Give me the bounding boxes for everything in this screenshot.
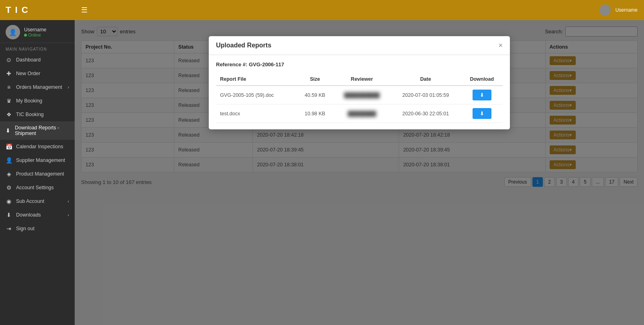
- settings-icon: ⚙: [6, 184, 12, 191]
- col-download: Download: [461, 73, 503, 86]
- nav-section-label: MAIN NAVIGATION: [0, 43, 75, 53]
- sidebar-item-download-reports[interactable]: ⬇ Download Reports - Shipment: [0, 121, 75, 140]
- sign-out-icon: ⇥: [6, 225, 12, 232]
- chevron-left-icon2: ‹: [68, 213, 69, 217]
- cell-file: test.docx: [216, 104, 296, 123]
- sidebar-item-label: Sub Account: [16, 198, 44, 204]
- download-button[interactable]: ⬇: [473, 108, 491, 119]
- sidebar-item-label: Downloads: [16, 212, 41, 218]
- cell-download: ⬇: [461, 104, 503, 123]
- booking-icon: ♛: [6, 98, 12, 104]
- modal-reference: Reference #: GVG-2006-117: [216, 61, 503, 67]
- cell-reviewer: ██████████: [334, 86, 390, 104]
- tic-booking-icon: ❖: [6, 111, 12, 118]
- col-date: Date: [390, 73, 461, 86]
- sidebar-item-label: Download Reports - Shipment: [15, 125, 69, 136]
- sidebar-item-sign-out[interactable]: ⇥ Sign out: [0, 222, 75, 235]
- status-dot: [24, 34, 27, 37]
- topbar-left: ☰: [81, 6, 88, 14]
- modal-title: Uploaded Reports: [216, 42, 271, 49]
- sidebar-item-label: Account Settings: [16, 185, 54, 190]
- sidebar-item-label: Orders Management: [16, 84, 62, 90]
- sidebar-item-account-settings[interactable]: ⚙ Account Settings: [0, 181, 75, 194]
- topbar: ☰ Username: [75, 0, 644, 20]
- sidebar-item-supplier-management[interactable]: 👤 Supplier Management: [0, 153, 75, 167]
- sidebar-item-dashboard[interactable]: ⊙ Dashboard: [0, 53, 75, 67]
- avatar: 👤: [6, 25, 20, 39]
- sidebar-item-label: My Booking: [16, 98, 42, 104]
- new-order-icon: ✚: [6, 70, 12, 77]
- modal-header: Uploaded Reports ×: [209, 36, 510, 55]
- modal-close-button[interactable]: ×: [498, 42, 503, 49]
- chevron-down-icon: ›: [68, 85, 69, 90]
- dashboard-icon: ⊙: [6, 57, 12, 63]
- cell-date: 2020-07-03 01:05:59: [390, 86, 461, 104]
- sidebar-item-label: New Order: [16, 71, 40, 76]
- sidebar-item-sub-account[interactable]: ◉ Sub Account ‹: [0, 194, 75, 208]
- sidebar-item-downloads[interactable]: ⬇ Downloads ‹: [0, 208, 75, 222]
- cell-file: GVG-2005-105 (59).doc: [216, 86, 296, 104]
- content-area: Show 10 25 50 100 entries Search: Projec…: [75, 20, 644, 325]
- user-section: 👤 Username Online: [0, 20, 75, 43]
- downloads-icon: ⬇: [6, 212, 12, 218]
- topbar-username: Username: [615, 7, 638, 13]
- sidebar-header: T I C: [0, 0, 75, 20]
- download-button[interactable]: ⬇: [473, 90, 491, 100]
- modal-overlay[interactable]: Uploaded Reports × Reference #: GVG-2006…: [75, 20, 644, 325]
- calendar-icon: 📅: [6, 143, 12, 150]
- cell-size: 40.59 KB: [296, 86, 334, 104]
- reference-label: Reference #:: [216, 61, 247, 67]
- supplier-icon: 👤: [6, 157, 12, 164]
- download-reports-icon: ⬇: [6, 127, 11, 134]
- sidebar-item-tic-booking[interactable]: ❖ TIC Booking: [0, 108, 75, 121]
- topbar-avatar: [599, 4, 611, 16]
- reports-table: Report File Size Reviewer Date Download …: [216, 73, 503, 123]
- sidebar: T I C 👤 Username Online MAIN NAVIGATION …: [0, 0, 75, 325]
- col-size: Size: [296, 73, 334, 86]
- sidebar-item-label: Supplier Management: [16, 157, 65, 163]
- sidebar-item-calendar-inspections[interactable]: 📅 Calendar Inspections: [0, 140, 75, 153]
- topbar-right: Username: [599, 4, 638, 16]
- col-reviewer: Reviewer: [334, 73, 390, 86]
- user-status: Online: [24, 33, 46, 37]
- logo: T I C: [6, 5, 29, 15]
- modal: Uploaded Reports × Reference #: GVG-2006…: [209, 36, 510, 129]
- sidebar-item-new-order[interactable]: ✚ New Order: [0, 67, 75, 80]
- sidebar-item-label: Dashboard: [16, 57, 41, 63]
- status-label: Online: [28, 33, 41, 37]
- reference-value: GVG-2006-117: [249, 61, 284, 67]
- user-info: Username Online: [24, 27, 46, 37]
- chevron-left-icon: ‹: [68, 199, 69, 204]
- sidebar-item-label: Product Management: [16, 171, 64, 177]
- report-row: test.docx 10.98 KB ████████ 2020-06-30 2…: [216, 104, 503, 123]
- sub-account-icon: ◉: [6, 198, 12, 204]
- sidebar-item-product-management[interactable]: ◈ Product Management: [0, 167, 75, 181]
- col-report-file: Report File: [216, 73, 296, 86]
- cell-download: ⬇: [461, 86, 503, 104]
- sidebar-item-label: Calendar Inspections: [16, 144, 63, 149]
- cell-reviewer: ████████: [334, 104, 390, 123]
- user-name: Username: [24, 27, 46, 33]
- sidebar-item-orders-management[interactable]: ≡ Orders Management ›: [0, 80, 75, 94]
- report-row: GVG-2005-105 (59).doc 40.59 KB █████████…: [216, 86, 503, 104]
- orders-icon: ≡: [6, 84, 12, 90]
- hamburger-icon[interactable]: ☰: [81, 6, 88, 14]
- cell-size: 10.98 KB: [296, 104, 334, 123]
- main-area: ☰ Username Show 10 25 50 100 entries Sea…: [75, 0, 644, 325]
- modal-body: Reference #: GVG-2006-117 Report File Si…: [209, 55, 510, 129]
- sidebar-item-label: TIC Booking: [16, 112, 44, 117]
- product-icon: ◈: [6, 171, 12, 177]
- cell-date: 2020-06-30 22:05:01: [390, 104, 461, 123]
- sidebar-item-label: Sign out: [16, 226, 35, 231]
- sidebar-item-my-booking[interactable]: ♛ My Booking: [0, 94, 75, 108]
